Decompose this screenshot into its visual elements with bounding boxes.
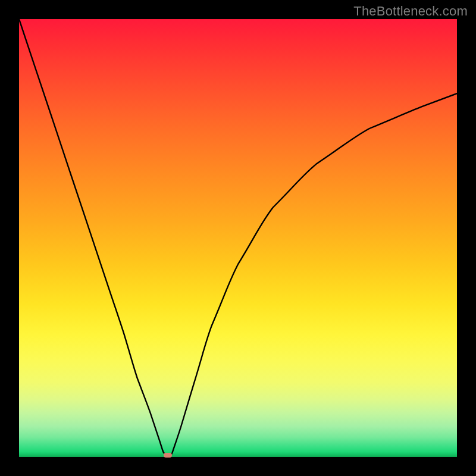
chart-frame: TheBottleneck.com bbox=[0, 0, 476, 476]
watermark-text: TheBottleneck.com bbox=[353, 4, 468, 19]
bottleneck-curve bbox=[19, 19, 457, 457]
plot-area bbox=[19, 19, 457, 457]
dip-marker bbox=[164, 453, 172, 458]
